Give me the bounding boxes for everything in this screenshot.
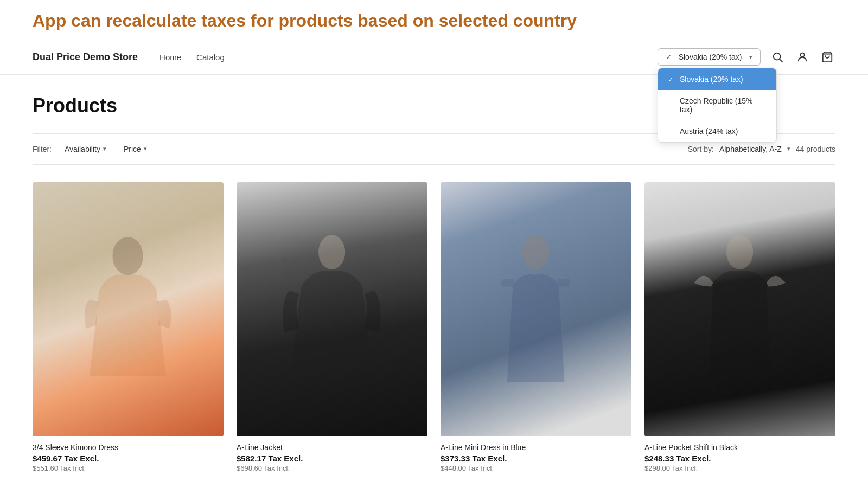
product-price-incl-3: $298.00 Tax Incl.: [644, 464, 835, 472]
banner: App can recalculate taxes for products b…: [0, 0, 868, 40]
sort-label: Sort by:: [688, 145, 714, 153]
product-price-excl-1: $582.17 Tax Excl.: [237, 454, 427, 463]
availability-label: Availability: [65, 145, 100, 153]
product-image-2: [441, 182, 631, 436]
product-price-incl-1: $698.60 Tax Incl.: [237, 464, 427, 472]
dropdown-label-czech: Czech Republic (15% tax): [680, 97, 767, 114]
dropdown-item-austria[interactable]: Austria (24% tax): [658, 120, 776, 142]
nav-home[interactable]: Home: [159, 53, 181, 62]
selected-country: Slovakia (20% tax): [679, 53, 742, 61]
country-selector-wrapper: ✓ Slovakia (20% tax) ▾ ✓ Slovakia (20% t…: [658, 48, 761, 66]
search-icon: [771, 51, 783, 63]
product-image-0: [33, 182, 224, 436]
filter-label: Filter:: [33, 145, 52, 153]
dropdown-label-austria: Austria (24% tax): [680, 127, 738, 136]
product-name-2: A-Line Mini Dress in Blue: [441, 443, 631, 452]
sort-chevron-icon: ▾: [787, 145, 790, 152]
products-count: 44 products: [796, 145, 835, 153]
checkmark-icon: ✓: [666, 53, 672, 61]
svg-point-6: [522, 235, 549, 269]
svg-point-9: [726, 235, 753, 269]
check-icon-empty: [668, 101, 675, 110]
nav: Home Catalog: [159, 53, 658, 62]
product-image-placeholder-3: [644, 182, 835, 436]
sort-select[interactable]: Alphabetically, A-Z ▾: [719, 145, 790, 153]
product-card-1[interactable]: A-Line Jacket $582.17 Tax Excl. $698.60 …: [237, 182, 427, 472]
account-icon: [796, 51, 808, 63]
svg-point-0: [774, 53, 781, 60]
price-chevron-icon: ▾: [144, 145, 147, 152]
sort-right: Sort by: Alphabetically, A-Z ▾ 44 produc…: [688, 145, 835, 153]
banner-text: App can recalculate taxes for products b…: [33, 10, 835, 33]
product-card-2[interactable]: A-Line Mini Dress in Blue $373.33 Tax Ex…: [441, 182, 631, 472]
dropdown-item-czech[interactable]: Czech Republic (15% tax): [658, 90, 776, 120]
svg-rect-8: [557, 279, 571, 286]
product-price-excl-2: $373.33 Tax Excl.: [441, 454, 631, 463]
svg-rect-7: [502, 279, 515, 286]
country-selector[interactable]: ✓ Slovakia (20% tax) ▾: [658, 48, 761, 66]
product-price-excl-3: $248.33 Tax Excl.: [644, 454, 835, 463]
product-price-incl-2: $448.00 Tax Incl.: [441, 464, 631, 472]
search-button[interactable]: [769, 49, 786, 65]
svg-point-4: [113, 237, 143, 275]
price-label: Price: [124, 145, 141, 153]
product-image-3: [644, 182, 835, 436]
svg-point-5: [318, 235, 345, 269]
svg-line-1: [780, 60, 783, 62]
product-image-placeholder-1: [237, 182, 427, 436]
store-name[interactable]: Dual Price Demo Store: [33, 52, 138, 63]
product-image-placeholder-2: [441, 182, 631, 436]
check-icon-empty2: [668, 127, 675, 136]
dropdown-label-slovakia: Slovakia (20% tax): [680, 75, 743, 84]
sort-selected: Alphabetically, A-Z: [719, 145, 782, 153]
product-card-3[interactable]: A-Line Pocket Shift in Black $248.33 Tax…: [644, 182, 835, 472]
product-grid: 3/4 Sleeve Kimono Dress $459.67 Tax Excl…: [33, 182, 835, 472]
product-name-0: 3/4 Sleeve Kimono Dress: [33, 443, 224, 452]
cart-button[interactable]: [819, 49, 835, 65]
filter-left: Filter: Availability ▾ Price ▾: [33, 143, 151, 156]
header: Dual Price Demo Store Home Catalog ✓ Slo…: [0, 40, 868, 75]
cart-icon: [821, 51, 833, 63]
chevron-down-icon: ▾: [749, 54, 752, 61]
nav-catalog[interactable]: Catalog: [196, 53, 225, 62]
product-name-1: A-Line Jacket: [237, 443, 427, 452]
price-filter[interactable]: Price ▾: [119, 143, 151, 156]
product-image-placeholder-0: [33, 182, 224, 436]
header-actions: ✓ Slovakia (20% tax) ▾ ✓ Slovakia (20% t…: [658, 48, 835, 66]
dropdown-item-slovakia[interactable]: ✓ Slovakia (20% tax): [658, 68, 776, 90]
product-price-incl-0: $551.60 Tax Incl.: [33, 464, 224, 472]
country-dropdown[interactable]: ✓ Slovakia (20% tax) Czech Republic (15%…: [658, 68, 777, 143]
availability-filter[interactable]: Availability ▾: [60, 143, 111, 156]
product-image-1: [237, 182, 427, 436]
availability-chevron-icon: ▾: [103, 145, 106, 152]
product-card-0[interactable]: 3/4 Sleeve Kimono Dress $459.67 Tax Excl…: [33, 182, 224, 472]
svg-point-2: [800, 53, 804, 57]
product-price-excl-0: $459.67 Tax Excl.: [33, 454, 224, 463]
product-name-3: A-Line Pocket Shift in Black: [644, 443, 835, 452]
account-button[interactable]: [794, 49, 810, 65]
check-icon: ✓: [668, 75, 675, 84]
